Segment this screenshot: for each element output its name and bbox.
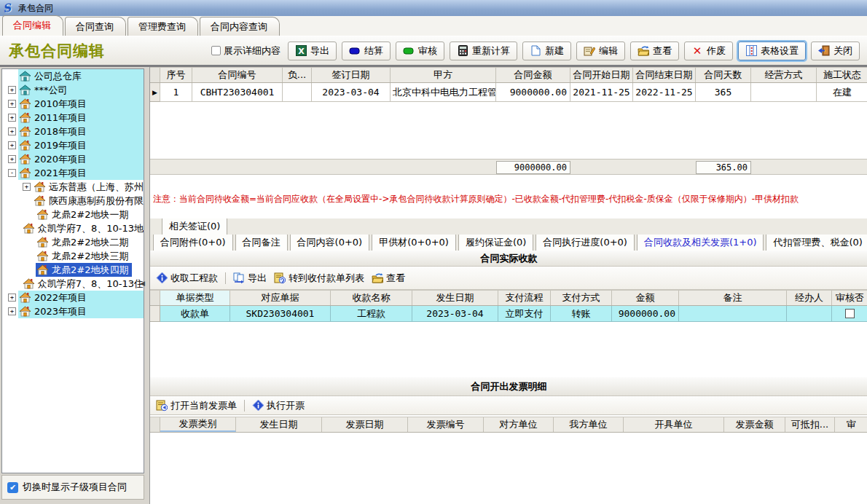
col-pay-flow[interactable]: 支付流程: [498, 291, 551, 305]
settle-button[interactable]: 结算: [342, 42, 391, 60]
col-occur-date[interactable]: 发生日期: [412, 291, 498, 305]
tree-item-2019[interactable]: + 2019年项目: [2, 138, 144, 152]
tree-item-company[interactable]: + ***公司: [2, 83, 144, 97]
close-button[interactable]: 关闭: [811, 42, 860, 60]
tree-item-2023[interactable]: + 2023年项目: [2, 304, 144, 318]
view-button[interactable]: 查看: [630, 42, 679, 60]
col-amount[interactable]: 金额: [612, 291, 679, 305]
tree-item-2021[interactable]: - 2021年项目: [2, 166, 144, 180]
col-ref-doc[interactable]: 对应单据: [230, 291, 331, 305]
expand-icon[interactable]: +: [8, 307, 16, 315]
receipts-export-button[interactable]: 导出: [233, 272, 267, 285]
edit-button[interactable]: 编辑: [576, 42, 625, 60]
execute-invoice-button[interactable]: 执行开票: [252, 399, 305, 412]
tree-item-company-warehouse[interactable]: 公司总仓库: [2, 69, 144, 83]
warehouse-icon: [19, 71, 31, 82]
tree-item-longding-3[interactable]: 龙鼎2#2地块三期: [2, 249, 144, 263]
col-issuing-unit[interactable]: 开具单位: [624, 417, 724, 432]
void-button[interactable]: ✕ 作废: [684, 42, 733, 60]
cell-days: 365: [696, 83, 751, 102]
tree-item-zhongkai-2[interactable]: 众凯学府7、8、10-13住: [2, 277, 144, 291]
tree-item-longding-1[interactable]: 龙鼎2#2地块一期: [2, 208, 144, 221]
col-occur-date[interactable]: 发生日期: [236, 417, 322, 432]
tree-item-shanxi[interactable]: 陕西康惠制药股份有限: [2, 194, 144, 208]
expand-icon[interactable]: +: [8, 294, 16, 302]
col-sign-date[interactable]: 签订日期: [312, 68, 391, 82]
col-audit-clipped[interactable]: 审: [835, 417, 867, 432]
tree-item-label: 2010年项目: [34, 98, 87, 111]
col-party-a[interactable]: 甲方: [391, 68, 496, 82]
export-button[interactable]: X 导出: [288, 42, 337, 60]
audited-checkbox[interactable]: [845, 309, 855, 318]
new-button[interactable]: 新建: [522, 42, 571, 60]
col-invoice-type[interactable]: 发票类别: [160, 417, 236, 432]
col-days[interactable]: 合同天数: [696, 68, 751, 82]
goto-payment-list-button[interactable]: 转到收付款单列表: [274, 272, 364, 285]
show-children-checkbox[interactable]: ✔: [7, 482, 18, 493]
col-handler[interactable]: 经办人: [787, 291, 832, 305]
col-start-date[interactable]: 合同开始日期: [570, 68, 633, 82]
expand-icon[interactable]: +: [8, 141, 16, 149]
col-mode[interactable]: 经营方式: [751, 68, 817, 82]
open-current-invoice-button[interactable]: 打开当前发票单: [156, 399, 237, 412]
expand-icon[interactable]: +: [8, 155, 16, 163]
col-pay-method[interactable]: 支付方式: [551, 291, 612, 305]
tab-owner-materials[interactable]: 甲供材(0+0+0): [372, 235, 456, 251]
window-titlebar: S 承包合同: [0, 0, 867, 16]
tab-related-visa[interactable]: 相关签证(0): [162, 218, 227, 235]
expand-icon[interactable]: +: [23, 183, 31, 191]
tree-item-yuandong[interactable]: + 远东普惠（上海、苏州: [2, 180, 144, 194]
col-manager[interactable]: 负...: [283, 68, 312, 82]
col-seq[interactable]: 序号: [160, 68, 192, 82]
tree-item-2020[interactable]: + 2020年项目: [2, 152, 144, 166]
tab-contract-query[interactable]: 合同查询: [65, 17, 126, 36]
col-deductible[interactable]: 可抵扣...: [785, 417, 835, 432]
col-invoice-no[interactable]: 发票编号: [408, 417, 484, 432]
tab-notes[interactable]: 合同备注: [235, 235, 288, 251]
collect-payment-button[interactable]: 收取工程款: [156, 272, 218, 285]
tab-withhold-fees[interactable]: 代扣管理费、税金(0): [766, 235, 867, 251]
tab-contract-edit[interactable]: 合同编辑: [2, 15, 63, 36]
receipts-view-button[interactable]: 查看: [372, 272, 405, 285]
contract-row[interactable]: ▶ 1 CBHT230304001 2023-03-04 北京中科中电电力工程管…: [150, 83, 867, 102]
tree-item-longding-4-selected[interactable]: 龙鼎2#2地块四期: [2, 263, 144, 277]
col-contract-code[interactable]: 合同编号: [192, 68, 283, 82]
audit-button[interactable]: 审核: [396, 42, 444, 60]
col-audited[interactable]: 审核否: [832, 291, 867, 305]
collapse-icon[interactable]: -: [8, 169, 16, 177]
tab-progress[interactable]: 合同执行进度(0+0): [536, 235, 635, 251]
col-invoice-date[interactable]: 发票日期: [322, 417, 408, 432]
diamond-info-icon: [252, 400, 264, 412]
col-status[interactable]: 施工状态: [817, 68, 867, 82]
expand-icon[interactable]: +: [8, 114, 16, 122]
tree-item-longding-2[interactable]: 龙鼎2#2地块二期: [2, 235, 144, 249]
tree-item-2018[interactable]: + 2018年项目: [2, 125, 144, 138]
expand-icon[interactable]: +: [8, 127, 16, 135]
tab-mgmt-fee-query[interactable]: 管理费查询: [128, 17, 198, 36]
detail-checkbox[interactable]: [211, 46, 221, 55]
col-invoice-amount[interactable]: 发票金额: [724, 417, 785, 432]
col-our-unit[interactable]: 我方单位: [554, 417, 624, 432]
col-note[interactable]: 备注: [679, 291, 787, 305]
tree-item-zhongkai-1[interactable]: 众凯学府7、8、10-13地: [2, 221, 144, 235]
tab-content[interactable]: 合同内容(0+0): [290, 235, 370, 251]
col-doc-type[interactable]: 单据类型: [160, 291, 230, 305]
splitter-collapse-icon[interactable]: ◀: [140, 280, 145, 287]
tab-attachments[interactable]: 合同附件(0+0): [153, 235, 233, 251]
col-counterparty[interactable]: 对方单位: [484, 417, 554, 432]
col-receipt-name[interactable]: 收款名称: [331, 291, 412, 305]
tab-contract-content-query[interactable]: 合同内容查询: [200, 17, 280, 36]
receipt-row[interactable]: 收款单 SKD230304001 工程款 2023-03-04 立即支付 转账 …: [150, 306, 867, 322]
tree-item-2011[interactable]: + 2011年项目: [2, 111, 144, 125]
tree-item-2010[interactable]: + 2010年项目: [2, 97, 144, 111]
col-end-date[interactable]: 合同结束日期: [633, 68, 696, 82]
invoices-toolbar: 打开当前发票单 执行开票: [150, 396, 867, 415]
tree-item-2022[interactable]: + 2022年项目: [2, 291, 144, 304]
expand-icon[interactable]: +: [8, 100, 16, 108]
recalculate-button[interactable]: 重新计算: [450, 42, 517, 60]
expand-icon[interactable]: +: [8, 86, 16, 94]
tab-receipts-invoices[interactable]: 合同收款及相关发票(1+0): [637, 235, 764, 251]
table-settings-button[interactable]: 表格设置: [738, 42, 806, 60]
col-amount[interactable]: 合同金额: [496, 68, 570, 82]
tab-performance-bond[interactable]: 履约保证金(0): [458, 235, 533, 251]
